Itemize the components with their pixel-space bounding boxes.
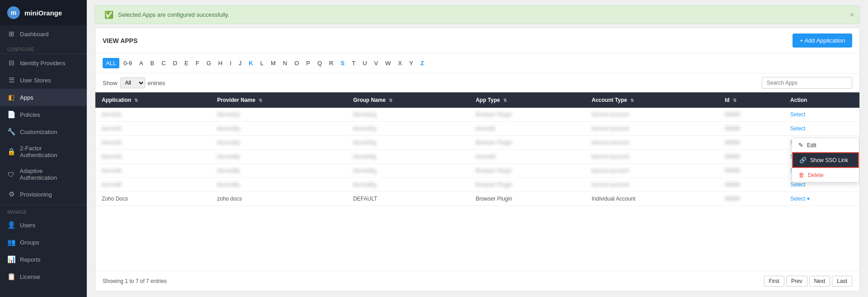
adaptive-auth-icon: 🛡 [7,171,15,178]
success-icon: ✅ [104,10,113,19]
sidebar-item-apps[interactable]: ◧ Apps [0,89,87,106]
cell-0: blurred3 [95,136,211,150]
cell-5: 99999 [718,192,784,206]
cell-0: blurred6 [95,178,211,192]
select-action-button[interactable]: Select [790,182,805,188]
edit-label: Edit [807,142,816,148]
sidebar-item-dashboard[interactable]: ⊞ Dashboard [0,25,87,43]
sidebar-item-users[interactable]: 👤 Users [0,216,87,234]
alpha-filter-i[interactable]: I [226,58,235,68]
sidebar-item-dashboard-label: Dashboard [20,31,49,38]
delete-label: Delete [808,172,824,178]
sidebar-item-license-label: License [20,273,40,280]
alpha-filter-v[interactable]: V [371,58,382,68]
identity-providers-icon: ⊟ [7,59,15,67]
pagination-row: Showing 1 to 7 of 7 entries FirstPrevNex… [95,271,859,291]
alpha-filter-0-9[interactable]: 0-9 [120,58,135,68]
action-cell[interactable]: Select [784,108,859,122]
alpha-filter-o[interactable]: O [291,58,302,68]
col-id[interactable]: Id ⇅ [718,92,784,108]
col-action[interactable]: Action [784,92,859,108]
alpha-filter-g[interactable]: G [203,58,214,68]
alpha-filter-all[interactable]: ALL [103,58,119,68]
alpha-filter-r[interactable]: R [326,58,336,68]
alpha-filter-b[interactable]: B [147,58,158,68]
apps-table: Application ⇅Provider Name ⇅Group Name ⇅… [95,92,859,206]
pagination-next-button[interactable]: Next [809,276,830,287]
alpha-filter-c[interactable]: C [158,58,169,68]
sidebar-item-identity-providers[interactable]: ⊟ Identity Providers [0,54,87,72]
dropdown-item-edit[interactable]: ✎Edit [792,138,859,152]
action-cell[interactable]: Select ▾ [784,192,859,206]
alpha-filter-w[interactable]: W [382,58,394,68]
alpha-filter-p[interactable]: P [303,58,313,68]
alpha-filter-l[interactable]: L [257,58,267,68]
sidebar-item-policies[interactable]: 📄 Policies [0,106,87,123]
sidebar-item-customization[interactable]: 🔧 Customization [0,123,87,140]
cell-4: blurred account [585,150,718,164]
search-apps-input[interactable] [762,77,852,89]
provisioning-icon: ⚙ [7,190,15,198]
sidebar-item-policies-label: Policies [20,111,40,118]
sidebar-item-provisioning[interactable]: ⚙ Provisioning [0,186,87,203]
table-row: blurred5blurred5pblurred5gBrowser Plugin… [95,164,859,178]
cell-1: blurred4p [211,150,347,164]
cell-1: blurred5p [211,164,347,178]
cell-0: blurred4 [95,150,211,164]
alpha-filter-m[interactable]: M [268,58,279,68]
alpha-filter-d[interactable]: D [170,58,180,68]
logo-icon: m [7,6,20,19]
sidebar-item-user-stores[interactable]: ☰ User Stores [0,72,87,89]
alpha-filter-j[interactable]: J [236,58,245,68]
cell-2: DEFAULT [347,192,469,206]
col-application[interactable]: Application ⇅ [95,92,211,108]
alpha-filter-u[interactable]: U [359,58,370,68]
alpha-filter-y[interactable]: Y [406,58,416,68]
pagination-last-button[interactable]: Last [832,276,852,287]
select-action-button[interactable]: Select [790,125,805,132]
table-body: blurred1blurred1pblurred1gBrowser Plugin… [95,108,859,206]
col-account-type[interactable]: Account Type ⇅ [585,92,718,108]
sort-icon: ⇅ [731,98,736,103]
cell-5: 99999 [718,178,784,192]
select-action-button[interactable]: Select ▾ [790,196,810,202]
alpha-filter-z[interactable]: Z [417,58,427,68]
col-provider-name[interactable]: Provider Name ⇅ [211,92,347,108]
sidebar-item-groups[interactable]: 👥 Groups [0,234,87,251]
sidebar-item-license[interactable]: 📋 License [0,268,87,285]
alpha-filter-n[interactable]: N [280,58,290,68]
alpha-filter-a[interactable]: A [136,58,146,68]
cell-2: blurred1g [347,108,469,122]
dropdown-item-delete[interactable]: 🗑Delete [792,168,859,182]
cell-1: blurred6p [211,178,347,192]
reports-icon: 📊 [7,255,15,263]
entries-select[interactable]: All102550100 [120,77,145,88]
alpha-filter-e[interactable]: E [181,58,192,68]
sidebar-item-2fa[interactable]: 🔒 2-Factor Authentication [0,140,87,163]
action-cell[interactable]: Select [784,122,859,136]
cell-3: Browser Plugin [469,108,585,122]
sidebar-item-apps-label: Apps [20,94,33,101]
alpha-filter-t[interactable]: T [349,58,359,68]
dropdown-item-show-sso[interactable]: 🔗Show SSO Link [792,152,859,168]
sort-icon: ⇅ [257,98,262,103]
banner-close-button[interactable]: × [850,11,854,19]
pagination-first-button[interactable]: First [764,276,784,287]
sidebar-item-adaptive-auth[interactable]: 🛡 Adaptive Authentication [0,163,87,186]
alpha-filter-s[interactable]: S [338,58,348,68]
add-application-button[interactable]: + Add Application [793,34,852,48]
sort-icon: ⇅ [502,98,507,103]
alpha-filter-f[interactable]: F [193,58,203,68]
alpha-filter-x[interactable]: X [395,58,405,68]
select-action-button[interactable]: Select [790,111,805,118]
pagination-prev-button[interactable]: Prev [786,276,807,287]
col-group-name[interactable]: Group Name ⇅ [347,92,469,108]
apps-icon: ◧ [7,93,15,101]
sidebar-item-reports[interactable]: 📊 Reports [0,251,87,268]
alpha-filter-k[interactable]: K [245,58,256,68]
alpha-filter-q[interactable]: Q [314,58,325,68]
users-icon: 👤 [7,221,15,229]
col-app-type[interactable]: App Type ⇅ [469,92,585,108]
alpha-filter-h[interactable]: H [215,58,226,68]
configure-section-label: Configure [0,43,87,54]
